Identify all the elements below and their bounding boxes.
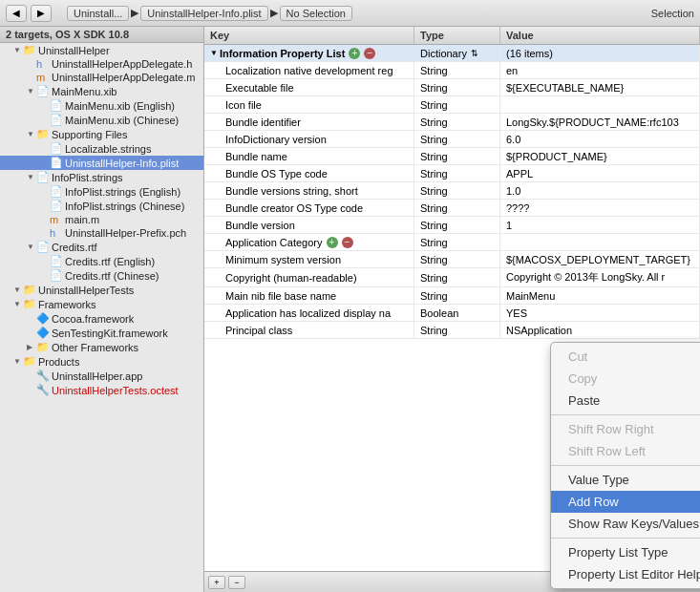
sort-icon[interactable]: ⇅: [471, 49, 478, 58]
cell-key-text: Bundle version: [210, 220, 295, 231]
octest-icon: 🔧: [36, 384, 50, 396]
rtf-icon: 📄: [50, 269, 63, 282]
add-button[interactable]: +: [349, 48, 360, 59]
cell-value: [500, 234, 700, 250]
m-file-icon: m: [50, 214, 63, 225]
sidebar-item-infoplist-zh[interactable]: 📄 InfoPlist.strings (Chinese): [0, 199, 203, 213]
table-row[interactable]: Icon file String: [204, 96, 700, 114]
sidebar-item-prefix-pch[interactable]: h UninstallHelper-Prefix.pch: [0, 226, 203, 240]
cell-value: 6.0: [500, 131, 700, 147]
sidebar-item-infoplist-en[interactable]: 📄 InfoPlist.strings (English): [0, 184, 203, 199]
sidebar-item-products[interactable]: ▼ 📁 Products: [0, 354, 203, 369]
sidebar-item-credits-zh[interactable]: 📄 Credits.rtf (Chinese): [0, 268, 203, 283]
m-file-icon: m: [36, 72, 50, 83]
remove-button[interactable]: −: [364, 48, 375, 59]
sidebar-item-mainmenu-xib[interactable]: ▼ 📄 MainMenu.xib: [0, 84, 203, 98]
back-button[interactable]: ◀: [6, 5, 27, 22]
ctx-prop-list-help-label: Property List Editor Help: [568, 567, 700, 581]
forward-button[interactable]: ▶: [31, 5, 52, 22]
ctx-add-row[interactable]: Add Row: [551, 491, 700, 513]
remove-item-button[interactable]: −: [228, 576, 245, 589]
table-row[interactable]: Bundle name String ${PRODUCT_NAME}: [204, 148, 700, 165]
sidebar-item-frameworks[interactable]: ▼ 📁 Frameworks: [0, 297, 203, 311]
cell-value: Copyright © 2013年 LongSky. All r: [500, 268, 700, 286]
sidebar-item-label: UninstallHelper: [38, 45, 110, 56]
sidebar-item-infoplist[interactable]: 📄 UninstallHelper-Info.plist: [0, 156, 203, 170]
sidebar-item-supporting[interactable]: ▼ 📁 Supporting Files: [0, 127, 203, 141]
expand-arrow: ▼: [27, 130, 36, 138]
table-row[interactable]: Copyright (human-readable) String Copyri…: [204, 268, 700, 287]
sidebar-item-uninstallhelper[interactable]: ▼ 📁 UninstallHelper: [0, 43, 203, 57]
cell-key-text: Principal class: [210, 325, 292, 336]
cell-key: Bundle version: [204, 217, 414, 233]
table-row[interactable]: Bundle versions string, short String 1.0: [204, 182, 700, 200]
h-file-icon: h: [36, 58, 50, 70]
table-row[interactable]: Bundle OS Type code String APPL: [204, 165, 700, 182]
cell-type: String: [414, 114, 500, 130]
table-row[interactable]: Bundle version String 1: [204, 217, 700, 234]
table-row[interactable]: Localization native development reg Stri…: [204, 62, 700, 79]
expand-arrow: ▼: [13, 46, 23, 54]
sidebar-item-uninstallhelper-app[interactable]: 🔧 UninstallHelper.app: [0, 369, 203, 383]
ctx-separator-2: [551, 465, 700, 466]
sidebar-item-localizable[interactable]: 📄 Localizable.strings: [0, 141, 203, 156]
cell-value: ${EXECUTABLE_NAME}: [500, 79, 700, 95]
add-item-button[interactable]: +: [208, 576, 225, 589]
ctx-copy[interactable]: Copy: [551, 368, 700, 390]
cell-key-text: Information Property List: [220, 48, 345, 59]
ctx-prop-list-help[interactable]: Property List Editor Help ▶: [551, 563, 700, 585]
framework-icon: 🔷: [36, 327, 50, 339]
sidebar-item-mainmenu-zh[interactable]: 📄 MainMenu.xib (Chinese): [0, 113, 203, 127]
ctx-value-type[interactable]: Value Type ▶: [551, 469, 700, 491]
ctx-shift-right[interactable]: Shift Row Right: [551, 418, 700, 440]
ctx-show-raw[interactable]: Show Raw Keys/Values: [551, 513, 700, 535]
table-row[interactable]: InfoDictionary version String 6.0: [204, 131, 700, 148]
sidebar-item-cocoa[interactable]: 🔷 Cocoa.framework: [0, 311, 203, 326]
ctx-prop-list-type[interactable]: Property List Type ▶: [551, 541, 700, 563]
sidebar-item-credits-en[interactable]: 📄 Credits.rtf (English): [0, 254, 203, 268]
ctx-paste[interactable]: Paste: [551, 390, 700, 412]
sidebar-item-label: Credits.rtf: [52, 242, 97, 253]
sidebar-item-other-frameworks[interactable]: ▶ 📁 Other Frameworks: [0, 340, 203, 354]
sidebar-item-label: UninstallHelper.app: [52, 370, 142, 382]
table-row[interactable]: Application has localized display na Boo…: [204, 305, 700, 322]
sidebar-item-infoplist-strings[interactable]: ▼ 📄 InfoPlist.strings: [0, 170, 203, 184]
table-row[interactable]: Bundle identifier String LongSky.${PRODU…: [204, 114, 700, 131]
sidebar-item-credits-rtf[interactable]: ▼ 📄 Credits.rtf: [0, 240, 203, 254]
table-row[interactable]: Bundle creator OS Type code String ????: [204, 200, 700, 217]
remove-button[interactable]: −: [342, 237, 353, 248]
table-row[interactable]: Application Category + − String: [204, 234, 700, 251]
sidebar-item-label: Supporting Files: [52, 129, 128, 140]
cell-value: 1: [500, 217, 700, 233]
cell-value: ????: [500, 200, 700, 216]
breadcrumb-uninstall[interactable]: Uninstall...: [67, 6, 129, 21]
cell-type: String: [414, 131, 500, 147]
add-button[interactable]: +: [327, 237, 338, 248]
ctx-cut[interactable]: Cut: [551, 346, 700, 368]
table-row[interactable]: Executable file String ${EXECUTABLE_NAME…: [204, 79, 700, 96]
sidebar-item-appdelegate-m[interactable]: m UninstallHelperAppDelegate.m: [0, 71, 203, 84]
ctx-prop-list-type-label: Property List Type: [568, 545, 668, 560]
table-row[interactable]: Principal class String NSApplication: [204, 322, 700, 339]
breadcrumb-selection[interactable]: No Selection: [280, 6, 352, 21]
strings-icon: 📄: [50, 142, 63, 155]
strings-group-icon: 📄: [36, 171, 50, 183]
sidebar-item-label: UninstallHelperTests: [38, 285, 134, 296]
sidebar-item-mainmenu-en[interactable]: 📄 MainMenu.xib (English): [0, 98, 203, 113]
table-row[interactable]: ▼ Information Property List + − Dictiona…: [204, 45, 700, 62]
table-row[interactable]: Main nib file base name String MainMenu: [204, 287, 700, 305]
breadcrumb-plist[interactable]: UninstallHelper-Info.plist: [140, 6, 267, 21]
cell-type: String: [414, 322, 500, 338]
sidebar-item-uninstallhelpertests-octest[interactable]: 🔧 UninstallHelperTests.octest: [0, 383, 203, 397]
cell-type: String: [414, 251, 500, 267]
ctx-shift-left[interactable]: Shift Row Left: [551, 440, 700, 462]
xib-icon: 📄: [36, 85, 50, 97]
sidebar-item-appdelegate-h[interactable]: h UninstallHelperAppDelegate.h: [0, 57, 203, 71]
sidebar-item-sentestingkit[interactable]: 🔷 SenTestingKit.framework: [0, 326, 203, 340]
sidebar-item-uninstallhelpertests[interactable]: ▼ 📁 UninstallHelperTests: [0, 283, 203, 297]
cell-value: ${PRODUCT_NAME}: [500, 148, 700, 164]
cell-value: MainMenu: [500, 287, 700, 304]
table-row[interactable]: Minimum system version String ${MACOSX_D…: [204, 251, 700, 268]
expand-arrow: ▼: [27, 87, 36, 95]
sidebar-item-main-m[interactable]: m main.m: [0, 213, 203, 226]
